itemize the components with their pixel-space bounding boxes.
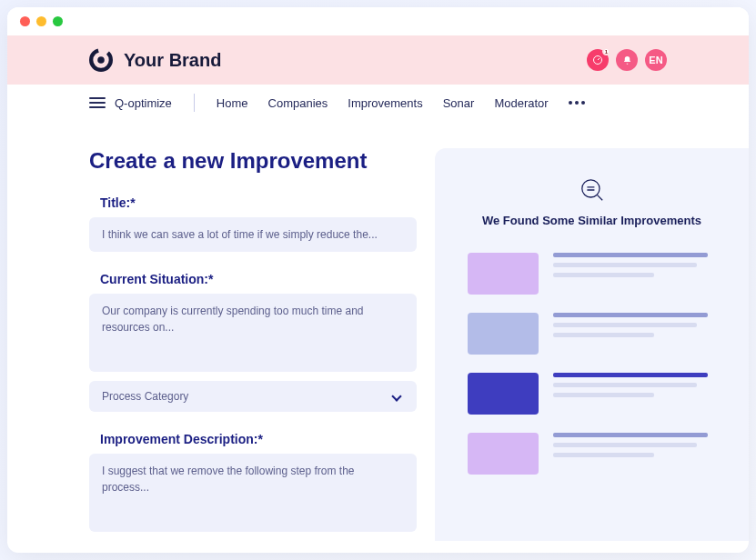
window-titlebar — [7, 7, 749, 35]
app-window: Your Brand 1 EN Q-optimize Home Companie… — [7, 7, 749, 553]
title-label: Title:* — [100, 195, 417, 210]
title-input[interactable]: I think we can save a lot of time if we … — [89, 217, 417, 252]
page-title: Create a new Improvement — [89, 148, 417, 174]
improvement-form: Create a new Improvement Title:* I think… — [89, 148, 417, 541]
result-item[interactable] — [468, 373, 716, 415]
nav-links: Home Companies Improvements Sonar Modera… — [217, 96, 549, 110]
search-result-icon — [578, 175, 607, 205]
aside-header: We Found Some Similar Improvements — [468, 175, 716, 227]
nav-link-sonar[interactable]: Sonar — [443, 96, 475, 110]
result-text-placeholder — [553, 313, 716, 337]
result-list — [468, 253, 716, 475]
notifications-button[interactable] — [616, 49, 638, 71]
result-item[interactable] — [468, 313, 716, 355]
maximize-window-dot[interactable] — [53, 16, 63, 26]
similar-improvements-panel: We Found Some Similar Improvements — [435, 148, 749, 541]
brand-bar: Your Brand 1 EN — [7, 35, 749, 85]
help-button[interactable]: 1 — [587, 49, 609, 71]
brand-name: Your Brand — [124, 50, 221, 71]
nav-link-moderator[interactable]: Moderator — [494, 96, 548, 110]
result-thumbnail — [468, 313, 539, 355]
brand-left: Your Brand — [89, 48, 221, 72]
brand-right: 1 EN — [587, 49, 667, 71]
result-text-placeholder — [553, 373, 716, 397]
brand-logo-icon — [89, 48, 113, 72]
chevron-down-icon — [391, 391, 401, 401]
nav-divider — [194, 94, 195, 112]
bell-icon — [622, 55, 632, 65]
gauge-icon — [592, 55, 603, 65]
language-button[interactable]: EN — [645, 49, 667, 71]
close-window-dot[interactable] — [20, 16, 30, 26]
result-item[interactable] — [468, 433, 716, 475]
description-label: Improvement Description:* — [100, 432, 417, 446]
app-menu-toggle[interactable]: Q-optimize — [89, 96, 172, 110]
svg-point-1 — [97, 56, 105, 64]
situation-label: Current Situation:* — [100, 272, 417, 286]
nav-link-home[interactable]: Home — [217, 96, 248, 110]
result-thumbnail — [468, 253, 539, 295]
nav-link-companies[interactable]: Companies — [268, 96, 328, 110]
description-input[interactable]: I suggest that we remove the following s… — [89, 454, 417, 532]
svg-line-4 — [597, 195, 602, 201]
svg-point-3 — [581, 180, 599, 197]
result-item[interactable] — [468, 253, 716, 295]
result-text-placeholder — [553, 253, 716, 277]
nav-more-button[interactable] — [565, 97, 589, 108]
hamburger-icon — [89, 97, 106, 108]
category-select[interactable]: Process Category — [89, 381, 417, 412]
nav-link-improvements[interactable]: Improvements — [348, 96, 422, 110]
category-placeholder: Process Category — [102, 390, 188, 403]
situation-input[interactable]: Our company is currently spending too mu… — [89, 294, 417, 372]
main-content: Create a new Improvement Title:* I think… — [7, 121, 749, 541]
result-text-placeholder — [553, 433, 716, 457]
result-thumbnail — [468, 373, 539, 415]
aside-title: We Found Some Similar Improvements — [482, 214, 701, 227]
minimize-window-dot[interactable] — [36, 16, 46, 26]
result-thumbnail — [468, 433, 539, 475]
app-name-label: Q-optimize — [115, 96, 172, 110]
notif-badge: 1 — [602, 47, 610, 55]
main-nav: Q-optimize Home Companies Improvements S… — [7, 85, 749, 121]
locale-label: EN — [649, 55, 662, 65]
